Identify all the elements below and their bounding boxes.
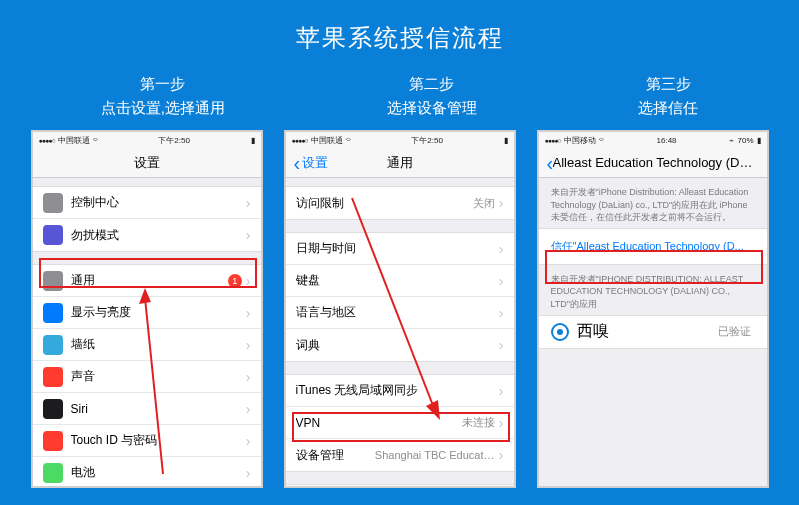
nav-title: Alleast Education Technology (DaLia...: [553, 155, 753, 170]
nav-title: 设置: [134, 154, 160, 172]
row-label: 勿扰模式: [71, 227, 246, 244]
nav-title: 通用: [387, 154, 413, 172]
row-value: 关闭: [473, 196, 495, 211]
step-3-text: 选择信任: [638, 96, 698, 120]
row-itunes-wifi-sync[interactable]: iTunes 无线局域网同步›: [286, 375, 514, 407]
row-label: 电池: [71, 464, 246, 481]
row-value: 未连接: [462, 415, 495, 430]
bluetooth-icon: ⌁: [729, 136, 734, 145]
back-button[interactable]: 设置: [294, 154, 329, 172]
row-wallpaper[interactable]: 墙纸›: [33, 329, 261, 361]
app-name: 西嗅: [577, 321, 718, 342]
row-date-time[interactable]: 日期与时间›: [286, 233, 514, 265]
status-bar: ●●●●○ 中国联通 ⌔ 下午2:50 ▮: [33, 132, 261, 148]
row-regulatory[interactable]: 监管›: [286, 485, 514, 488]
battery-icon: ▮: [251, 136, 255, 145]
nav-bar: 设置: [33, 148, 261, 178]
row-label: 显示与亮度: [71, 304, 246, 321]
step-2-text: 选择设备管理: [387, 96, 477, 120]
screen-1-settings: ●●●●○ 中国联通 ⌔ 下午2:50 ▮ 设置 控制中心›勿扰模式› 通用1›…: [31, 130, 263, 488]
row-do-not-disturb[interactable]: 勿扰模式›: [33, 219, 261, 251]
wallpaper-icon: [43, 335, 63, 355]
row-label: 词典: [296, 337, 499, 354]
group-1: 访问限制关闭›: [286, 186, 514, 220]
app-row[interactable]: 西嗅 已验证: [539, 315, 767, 349]
row-label: 控制中心: [71, 194, 246, 211]
time-label: 16:48: [657, 136, 677, 145]
group-2: 日期与时间›键盘›语言与地区›词典›: [286, 232, 514, 362]
row-label: VPN: [296, 416, 462, 430]
developer-desc-2: 来自开发者"IPHONE DISTRIBUTION: ALLEAST EDUCA…: [539, 265, 767, 315]
row-siri[interactable]: Siri›: [33, 393, 261, 425]
general-icon: [43, 271, 63, 291]
row-value: Shanghai TBC Education Dev...: [375, 449, 495, 461]
status-bar: ●●●●○ 中国移动 ⌔ 16:48 ⌁ 70% ▮: [539, 132, 767, 148]
step-1-text: 点击设置,选择通用: [101, 96, 225, 120]
status-bar: ●●●●○ 中国联通 ⌔ 下午2:50 ▮: [286, 132, 514, 148]
row-touchid[interactable]: Touch ID 与密码›: [33, 425, 261, 457]
group-2: 通用1›显示与亮度›墙纸›声音›Siri›Touch ID 与密码›电池›隐私›: [33, 264, 261, 488]
step-2-num: 第二步: [387, 72, 477, 96]
touchid-icon: [43, 431, 63, 451]
step-1-num: 第一步: [101, 72, 225, 96]
display-icon: [43, 303, 63, 323]
row-label: 墙纸: [71, 336, 246, 353]
signal-dots-icon: ●●●●○: [39, 137, 55, 144]
nav-bar: 设置 通用: [286, 148, 514, 178]
time-label: 下午2:50: [411, 135, 443, 146]
developer-desc-1: 来自开发者"iPhone Distribution: Alleast Educa…: [539, 178, 767, 228]
siri-icon: [43, 399, 63, 419]
group-1: 控制中心›勿扰模式›: [33, 186, 261, 252]
signal-dots-icon: ●●●●○: [292, 137, 308, 144]
signal-dots-icon: ●●●●○: [545, 137, 561, 144]
row-control-center[interactable]: 控制中心›: [33, 187, 261, 219]
battery-icon: ▮: [504, 136, 508, 145]
row-label: 设备管理: [296, 447, 375, 464]
row-dictionary[interactable]: 词典›: [286, 329, 514, 361]
control-center-icon: [43, 193, 63, 213]
step-3-num: 第三步: [638, 72, 698, 96]
do-not-disturb-icon: [43, 225, 63, 245]
step-2: 第二步 选择设备管理: [387, 72, 477, 120]
row-battery[interactable]: 电池›: [33, 457, 261, 488]
row-label: 通用: [71, 272, 228, 289]
row-restrictions[interactable]: 访问限制关闭›: [286, 187, 514, 219]
nav-bar: Alleast Education Technology (DaLia...: [539, 148, 767, 178]
app-status: 已验证: [718, 324, 751, 339]
row-device-management[interactable]: 设备管理Shanghai TBC Education Dev...›: [286, 439, 514, 471]
row-label: 键盘: [296, 272, 499, 289]
row-label: 声音: [71, 368, 246, 385]
row-display[interactable]: 显示与亮度›: [33, 297, 261, 329]
badge: 1: [228, 274, 242, 288]
carrier-label: 中国移动: [564, 135, 596, 146]
battery-label: 70%: [737, 136, 753, 145]
row-label: iTunes 无线局域网同步: [296, 382, 499, 399]
steps-header: 第一步 点击设置,选择通用 第二步 选择设备管理 第三步 选择信任: [0, 72, 799, 120]
row-keyboard[interactable]: 键盘›: [286, 265, 514, 297]
carrier-label: 中国联通: [58, 135, 90, 146]
battery-icon: [43, 463, 63, 483]
step-3: 第三步 选择信任: [638, 72, 698, 120]
row-general[interactable]: 通用1›: [33, 265, 261, 297]
group-3: iTunes 无线局域网同步›VPN未连接›设备管理Shanghai TBC E…: [286, 374, 514, 472]
step-1: 第一步 点击设置,选择通用: [101, 72, 225, 120]
row-label: 语言与地区: [296, 304, 499, 321]
battery-icon: ▮: [757, 136, 761, 145]
row-label: 访问限制: [296, 195, 473, 212]
app-icon: [551, 323, 569, 341]
wifi-icon: ⌔: [93, 136, 98, 145]
page-title: 苹果系统授信流程: [0, 0, 799, 54]
row-label: Siri: [71, 402, 246, 416]
time-label: 下午2:50: [158, 135, 190, 146]
wifi-icon: ⌔: [346, 136, 351, 145]
row-language-region[interactable]: 语言与地区›: [286, 297, 514, 329]
row-label: Touch ID 与密码: [71, 432, 246, 449]
screen-2-general: ●●●●○ 中国联通 ⌔ 下午2:50 ▮ 设置 通用 访问限制关闭› 日期与时…: [284, 130, 516, 488]
trust-developer-link[interactable]: 信任"Alleast Education Technology (D...: [539, 228, 767, 265]
row-vpn[interactable]: VPN未连接›: [286, 407, 514, 439]
wifi-icon: ⌔: [599, 136, 604, 145]
row-sounds[interactable]: 声音›: [33, 361, 261, 393]
screen-3-trust: ●●●●○ 中国移动 ⌔ 16:48 ⌁ 70% ▮ Alleast Educa…: [537, 130, 769, 488]
row-label: 日期与时间: [296, 240, 499, 257]
group-4: 监管›: [286, 484, 514, 488]
